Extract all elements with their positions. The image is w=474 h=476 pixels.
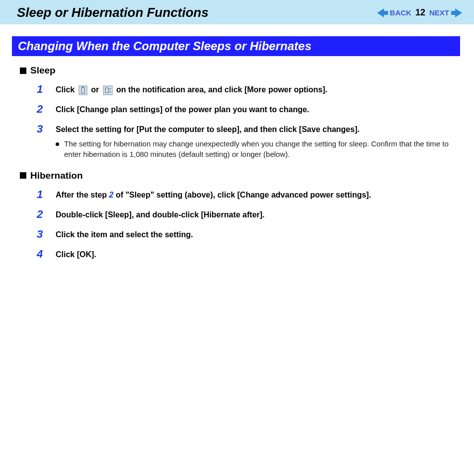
step-number: 1 [37,188,45,201]
text-fragment: Click [56,85,77,94]
sleep-step-1: 1 Click or on the notification area, and… [37,83,454,96]
square-bullet-icon [20,68,26,74]
text-fragment: After the step [56,191,109,199]
step-number: 2 [37,103,45,116]
next-label: NEXT [429,8,449,17]
battery-icon [79,85,87,95]
power-plug-icon [103,85,113,95]
hibernation-step-3: 3 Click the item and select the setting. [37,228,454,241]
sleep-heading: Sleep [20,65,454,76]
text-fragment: on the notification area, and click [Mor… [116,85,327,94]
step-text: Select the setting for [Put the computer… [56,123,454,159]
step-text: Double-click [Sleep], and double-click [… [56,208,265,220]
step-number: 1 [37,83,45,96]
step-number: 2 [37,208,45,221]
arrow-left-icon [377,8,388,17]
step-text: After the step 2 of "Sleep" setting (abo… [56,188,371,201]
page-number: 12 [415,7,425,18]
svg-rect-3 [103,86,112,95]
page-nav: BACK 12 NEXT [377,7,462,18]
text-fragment: Select the setting for [Put the computer… [56,125,360,134]
sleep-step-2: 2 Click [Change plan settings] of the po… [37,103,454,116]
header-bar: Sleep or Hibernation Functions BACK 12 N… [0,0,474,24]
sleep-heading-text: Sleep [30,65,56,76]
hibernation-step-4: 4 Click [OK]. [37,248,454,261]
note-text: The setting for hibernation may change u… [64,139,454,159]
page-title: Sleep or Hibernation Functions [17,5,209,20]
step-text: Click [Change plan settings] of the powe… [56,103,309,115]
hibernation-step-1: 1 After the step 2 of "Sleep" setting (a… [37,188,454,201]
step-text: Click the item and select the setting. [56,228,193,240]
bullet-icon [56,142,59,146]
section-banner: Changing When the Computer Sleeps or Hib… [12,36,460,56]
step-text: Click [OK]. [56,248,96,260]
sleep-steps: 1 Click or on the notification area, and… [37,83,454,159]
hibernation-heading-text: Hibernation [30,170,83,181]
sleep-step-3-note: The setting for hibernation may change u… [56,139,454,159]
step-text: Click or on the notification area, and c… [56,83,327,95]
text-fragment: of "Sleep" setting (above), click [Chang… [113,191,371,199]
svg-rect-2 [82,86,83,87]
next-button[interactable]: NEXT [429,8,462,17]
hibernation-steps: 1 After the step 2 of "Sleep" setting (a… [37,188,454,261]
sleep-step-3: 3 Select the setting for [Put the comput… [37,123,454,159]
page: Sleep or Hibernation Functions BACK 12 N… [0,0,474,476]
hibernation-step-2: 2 Double-click [Sleep], and double-click… [37,208,454,221]
hibernation-heading: Hibernation [20,170,454,181]
content: Sleep 1 Click or on the notification are… [0,65,474,261]
back-button[interactable]: BACK [377,8,411,17]
text-fragment: or [91,85,101,94]
step-number: 4 [37,248,45,261]
square-bullet-icon [20,172,26,179]
arrow-right-icon [451,8,462,17]
back-label: BACK [390,8,411,17]
step-number: 3 [37,123,45,136]
step-number: 3 [37,228,45,241]
